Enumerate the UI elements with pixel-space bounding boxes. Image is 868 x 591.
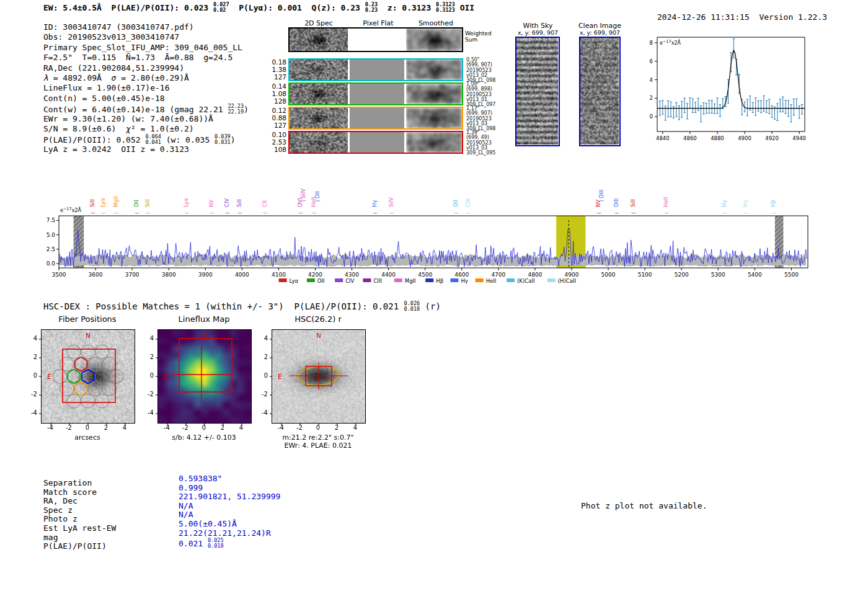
spec2d-row [288, 58, 463, 81]
value-sup-sub: 22.2322.19 [228, 104, 244, 114]
match-row-label: P(LAE)/P(OII) [43, 542, 116, 551]
tick-label: 0 [198, 424, 210, 431]
spec2d-row [288, 27, 463, 52]
spec2d-header-2dspec: 2D Spec [290, 19, 348, 27]
svg-text:4700: 4700 [491, 272, 505, 278]
compass-east: E [47, 373, 51, 380]
svg-text:{: { [135, 212, 140, 215]
fiber-circle [67, 370, 81, 383]
info-line: S/N = 8.9(±0.6) χ² = 1.0(±0.2) [43, 124, 249, 134]
value-sup-sub: 0.0260.018 [404, 301, 420, 311]
pixel-flat-image [348, 29, 406, 51]
svg-text:{: { [722, 212, 727, 215]
info-line: RA,Dec (221.902084,51.239994) [43, 63, 249, 73]
svg-text:4300: 4300 [345, 272, 359, 278]
compass-east: E [278, 373, 281, 380]
clean-xy: x, y: 699, 907 [570, 29, 629, 36]
emission-line-label: SiII [630, 199, 636, 207]
value-sup-sub: 0.0270.02 [213, 2, 229, 12]
fiber-circle [67, 345, 81, 358]
spec2d-image [290, 60, 348, 80]
svg-text:4920: 4920 [765, 135, 779, 141]
clean-canvas [580, 38, 619, 144]
spec2d-row-right-labels: 1.00"(699, 898)20190523v013_01309_LL_097 [466, 82, 495, 107]
lineflux-map-overlay: NE [158, 330, 251, 423]
tick-label: -4 [44, 424, 56, 431]
timestamp: 2024-12-26 11:31:15 [657, 12, 750, 22]
timestamp-version: 2024-12-26 11:31:15 Version 1.22.3 [638, 3, 827, 31]
spec2d-row-left-labels: 0.120.88127 [264, 107, 286, 130]
emission-line-label: Lyα [100, 198, 106, 207]
emission-line-label: CIV [224, 198, 230, 207]
spec2d-row-left-labels: 0.102.53108 [264, 131, 286, 154]
hsc-cutout-panel: NE [272, 329, 366, 424]
spec2d-image [290, 84, 348, 104]
svg-text:e−17x2Å: e−17x2Å [660, 39, 681, 46]
emission-line-label: OII [453, 200, 459, 207]
legend-entry: CIII [373, 278, 381, 284]
svg-text:0: 0 [650, 113, 653, 120]
spec2d-row [288, 82, 463, 105]
tick-label: 4 [349, 424, 361, 431]
svg-text:{: { [101, 212, 106, 215]
svg-text:4800: 4800 [528, 272, 542, 278]
svg-text:5300: 5300 [711, 272, 725, 278]
svg-text:{: { [301, 200, 306, 202]
tick-label: 4 [235, 424, 247, 431]
tick-label: 2 [140, 353, 154, 360]
emission-line-label: Hβ [770, 200, 776, 207]
svg-text:4: 4 [650, 77, 653, 83]
fiber-circle [74, 382, 87, 396]
match-row-value: 0.021 0.0250.018 [179, 538, 280, 548]
svg-text:{: { [771, 212, 776, 215]
emission-line-label: SiIV [388, 197, 394, 207]
compass-north: N [202, 332, 206, 339]
fiber-xlabel: arcsecs [41, 433, 134, 442]
tick-label: -2 [24, 391, 37, 398]
match-row-label: Photo z [43, 515, 116, 524]
tick-label: -2 [293, 424, 306, 431]
spec2d-header-smoothed: Smoothed [409, 19, 463, 27]
info-line: Obs: 20190523v013_3003410747 [43, 32, 249, 42]
fiber-circle [81, 394, 95, 407]
tick-label: 2 [330, 424, 343, 431]
svg-text:0.0: 0.0 [46, 260, 56, 267]
svg-text:4500: 4500 [418, 272, 432, 278]
fiber-circle [67, 394, 81, 407]
emission-line-label: SiIV [300, 189, 306, 198]
selected-fiber-hex [68, 370, 80, 384]
selected-fiber-hex [82, 370, 94, 384]
tick-label: 0 [254, 372, 268, 379]
pixel-flat-image [348, 84, 406, 104]
svg-text:8: 8 [650, 40, 653, 46]
legend-entry: OII [317, 278, 325, 284]
svg-text:4600: 4600 [454, 272, 469, 278]
svg-text:4840: 4840 [656, 135, 670, 141]
svg-text:{: { [312, 212, 317, 215]
withsky-canvas [516, 38, 558, 144]
svg-text:{: { [210, 212, 215, 215]
svg-text:{: { [298, 212, 303, 215]
tick-label: 2 [216, 424, 229, 431]
svg-text:{: { [743, 212, 748, 215]
legend-entry: Lyα [290, 278, 299, 284]
tick-label: -2 [179, 424, 192, 431]
spec2d-row-left-labels: 0.181.38127 [264, 58, 286, 81]
fiber-circle [88, 382, 102, 396]
pixel-flat-image [348, 60, 406, 80]
svg-text:5200: 5200 [675, 272, 689, 278]
svg-text:5500: 5500 [784, 272, 799, 278]
tick-label: 2 [254, 353, 268, 360]
lineflux-map-panel: NE [157, 329, 252, 424]
tick-label: -4 [161, 424, 173, 431]
svg-text:{: { [596, 212, 601, 215]
tick-label: 0 [140, 372, 154, 379]
svg-text:{: { [114, 212, 119, 215]
tick-label: 4 [254, 335, 268, 342]
match-row-label: Est LyA rest-EW [43, 524, 116, 533]
spec2d-row-right-labels: 0.50"(699, 907)20190523v013_02309_LL_098 [466, 58, 495, 83]
match-row-value: 5.00(±0.45)Å [179, 520, 280, 529]
info-line: P(LAE)/P(OII): 0.052 0.0640.041 (w: 0.03… [43, 134, 249, 144]
svg-text:4900: 4900 [565, 272, 579, 278]
withsky-xy: x, y: 699, 907 [508, 29, 567, 36]
